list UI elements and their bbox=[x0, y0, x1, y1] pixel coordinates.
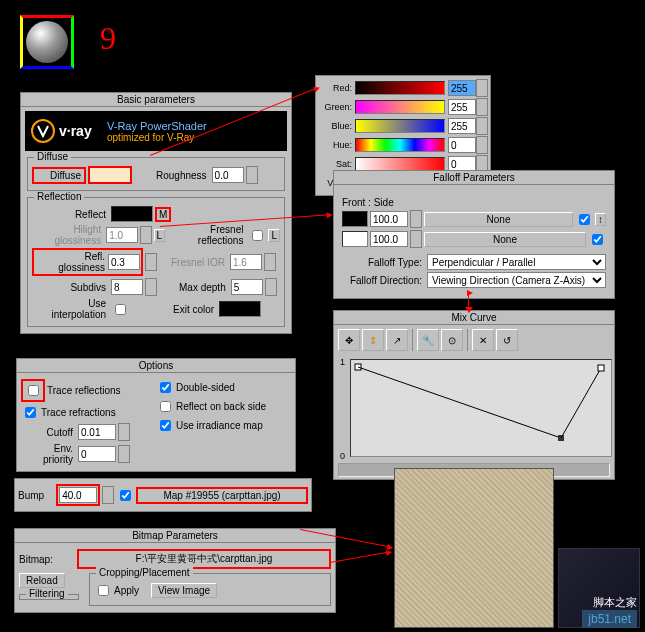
spinner[interactable] bbox=[476, 98, 488, 116]
fresnel-label: Fresnel reflections bbox=[167, 224, 246, 246]
spinner[interactable] bbox=[145, 253, 157, 271]
spinner[interactable] bbox=[410, 230, 422, 248]
trace-refl-checkbox[interactable] bbox=[28, 385, 39, 396]
bump-checkbox[interactable] bbox=[120, 490, 131, 501]
side-val-input[interactable] bbox=[370, 231, 408, 247]
bump-map-button[interactable]: Map #19955 (carpttan.jpg) bbox=[136, 487, 308, 504]
roughness-label: Roughness bbox=[156, 170, 210, 181]
spinner[interactable] bbox=[246, 166, 258, 184]
fresnel-checkbox[interactable] bbox=[252, 230, 263, 241]
bump-label: Bump bbox=[18, 490, 44, 501]
spinner[interactable] bbox=[102, 486, 114, 504]
delete-icon[interactable]: ✕ bbox=[472, 329, 494, 351]
subdivs-label: Subdivs bbox=[32, 282, 109, 293]
use-interp-checkbox[interactable] bbox=[115, 304, 126, 315]
spinner[interactable] bbox=[140, 226, 151, 244]
falloff-type-select[interactable]: Perpendicular / Parallel bbox=[427, 254, 606, 270]
trace-refl-label: Trace reflections bbox=[47, 385, 121, 396]
move-icon[interactable]: ✥ bbox=[338, 329, 360, 351]
panel-title: Options bbox=[17, 359, 295, 373]
bitmap-panel: Bitmap Parameters Bitmap: F:\平安里黄哥中式\car… bbox=[14, 528, 336, 613]
reflect-map-button[interactable]: M bbox=[155, 207, 171, 222]
front-map-button[interactable]: None bbox=[424, 212, 573, 227]
cutoff-input[interactable] bbox=[78, 424, 116, 440]
sat-label: Sat: bbox=[318, 159, 352, 169]
blue-slider[interactable] bbox=[355, 119, 445, 133]
hue-input[interactable] bbox=[448, 137, 476, 153]
apply-checkbox[interactable] bbox=[98, 585, 109, 596]
max-depth-input[interactable] bbox=[231, 279, 263, 295]
texture-preview bbox=[394, 468, 554, 628]
side-swatch[interactable] bbox=[342, 231, 368, 247]
view-image-button[interactable]: View Image bbox=[151, 583, 217, 598]
panel-title: Basic parameters bbox=[21, 93, 291, 107]
side-checkbox[interactable] bbox=[592, 234, 603, 245]
reflect-back-checkbox[interactable] bbox=[160, 401, 171, 412]
curve-editor[interactable] bbox=[350, 359, 612, 457]
exit-color-label: Exit color bbox=[173, 304, 217, 315]
spinner[interactable] bbox=[476, 117, 488, 135]
spinner[interactable] bbox=[145, 278, 157, 296]
hilight-input[interactable] bbox=[106, 227, 138, 243]
bitmap-path-button[interactable]: F:\平安里黄哥中式\carpttan.jpg bbox=[77, 549, 331, 569]
swap-button[interactable]: ↕ bbox=[595, 213, 606, 226]
axis-1: 1 bbox=[340, 357, 345, 367]
bump-val-input[interactable] bbox=[59, 487, 97, 503]
axis-0: 0 bbox=[340, 451, 345, 461]
add-point-icon[interactable]: ↗ bbox=[386, 329, 408, 351]
fresnel-ior-label: Fresnel IOR bbox=[171, 257, 228, 268]
spinner[interactable] bbox=[264, 253, 276, 271]
red-input[interactable] bbox=[448, 80, 476, 96]
curve-toolbar: ✥ ⇕ ↗ 🔧 ⊙ ✕ ↺ bbox=[334, 325, 614, 355]
vray-logo: v·ray bbox=[29, 118, 99, 144]
lock-button[interactable]: L bbox=[268, 229, 280, 242]
roughness-input[interactable] bbox=[212, 167, 244, 183]
scale-icon[interactable]: ⇕ bbox=[362, 329, 384, 351]
spinner[interactable] bbox=[118, 423, 130, 441]
env-input[interactable] bbox=[78, 446, 116, 462]
use-irrad-checkbox[interactable] bbox=[160, 420, 171, 431]
front-val-input[interactable] bbox=[370, 211, 408, 227]
green-slider[interactable] bbox=[355, 100, 445, 114]
side-map-button[interactable]: None bbox=[424, 232, 586, 247]
refl-gloss-input[interactable] bbox=[108, 254, 140, 270]
bump-row: Bump Map #19955 (carpttan.jpg) bbox=[14, 478, 312, 512]
double-sided-checkbox[interactable] bbox=[160, 382, 171, 393]
front-swatch[interactable] bbox=[342, 211, 368, 227]
diffuse-swatch[interactable] bbox=[88, 166, 132, 184]
blue-input[interactable] bbox=[448, 118, 476, 134]
tool-icon[interactable]: 🔧 bbox=[417, 329, 439, 351]
reflect-swatch[interactable] bbox=[111, 206, 153, 222]
spinner[interactable] bbox=[118, 445, 130, 463]
snap-icon[interactable]: ⊙ bbox=[441, 329, 463, 351]
exit-color-swatch[interactable] bbox=[219, 301, 261, 317]
red-slider[interactable] bbox=[355, 81, 445, 95]
hue-slider[interactable] bbox=[355, 138, 445, 152]
lock-button[interactable]: L bbox=[154, 229, 166, 242]
basic-params-panel: Basic parameters v·ray V-Ray PowerShader… bbox=[20, 92, 292, 334]
sat-slider[interactable] bbox=[355, 157, 445, 171]
fresnel-ior-input[interactable] bbox=[230, 254, 262, 270]
spinner[interactable] bbox=[410, 210, 422, 228]
vray-header: v·ray V-Ray PowerShader optimized for V-… bbox=[25, 111, 287, 151]
panel-title: Bitmap Parameters bbox=[15, 529, 335, 543]
arrow-3 bbox=[468, 293, 470, 309]
spinner[interactable] bbox=[476, 79, 488, 97]
reflection-group: Reflection Reflect M Hilight glossiness … bbox=[27, 197, 285, 327]
trace-refr-checkbox[interactable] bbox=[25, 407, 36, 418]
spinner[interactable] bbox=[265, 278, 277, 296]
front-checkbox[interactable] bbox=[579, 214, 590, 225]
svg-line-3 bbox=[358, 367, 561, 438]
reset-icon[interactable]: ↺ bbox=[496, 329, 518, 351]
falloff-dir-select[interactable]: Viewing Direction (Camera Z-Axis) bbox=[427, 272, 606, 288]
bitmap-label: Bitmap: bbox=[19, 554, 53, 565]
green-input[interactable] bbox=[448, 99, 476, 115]
reload-button[interactable]: Reload bbox=[19, 573, 65, 588]
subdivs-input[interactable] bbox=[111, 279, 143, 295]
falloff-dir-label: Falloff Direction: bbox=[342, 275, 425, 286]
double-sided-label: Double-sided bbox=[176, 382, 235, 393]
svg-point-0 bbox=[32, 120, 54, 142]
diffuse-group: Diffuse Diffuse Roughness bbox=[27, 157, 285, 191]
spinner[interactable] bbox=[476, 136, 488, 154]
group-label: Reflection bbox=[34, 191, 84, 202]
